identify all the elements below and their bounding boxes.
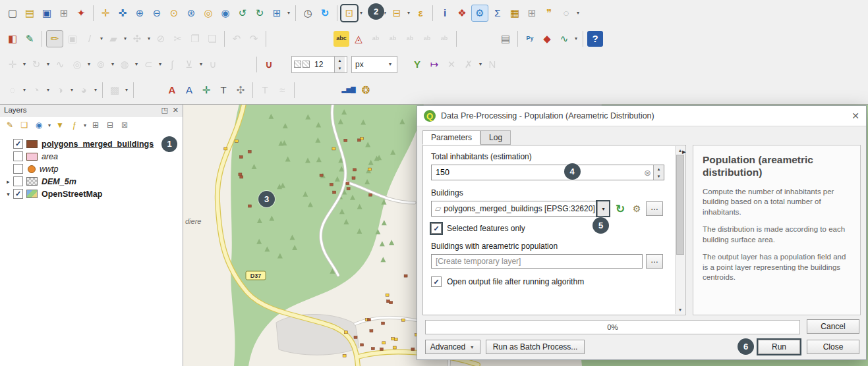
- new-map-view-icon-dropdown[interactable]: [285, 10, 292, 16]
- add-ring-icon-dropdown[interactable]: [86, 61, 92, 67]
- expander-icon[interactable]: ▾: [4, 191, 13, 197]
- shape-tool-icon-dropdown[interactable]: [69, 87, 75, 93]
- text-annotation-icon[interactable]: A: [164, 82, 180, 98]
- layer-label[interactable]: DEM_5m: [42, 177, 76, 186]
- save-edits-icon[interactable]: ▣: [65, 31, 80, 47]
- pan-map-icon[interactable]: ✛: [98, 5, 113, 21]
- select-features-icon[interactable]: ⊡2: [341, 5, 357, 21]
- expand-all-icon[interactable]: ⊞: [89, 118, 102, 132]
- move-feature-icon[interactable]: ✣: [129, 31, 145, 47]
- help-icon[interactable]: ?: [587, 31, 603, 47]
- close-icon[interactable]: ✕: [852, 111, 859, 121]
- filter-legend-icon[interactable]: ▼: [53, 118, 67, 132]
- actions-icon[interactable]: ❖: [454, 5, 470, 21]
- save-project-icon[interactable]: ▣: [39, 5, 55, 21]
- add-group-icon[interactable]: ❏: [18, 118, 31, 132]
- zoom-to-selection-icon[interactable]: ◎: [200, 5, 216, 21]
- change-label-icon[interactable]: ab: [436, 31, 452, 47]
- pin-labels-icon[interactable]: ab: [368, 31, 384, 47]
- snapping-tolerance-spinbox[interactable]: 12: [291, 56, 347, 73]
- construction-mode-icon[interactable]: N: [484, 57, 500, 72]
- add-part-icon[interactable]: ⊚: [93, 57, 109, 72]
- zoom-to-layer-icon[interactable]: ◉: [217, 5, 233, 21]
- layer-checkbox[interactable]: [13, 189, 23, 199]
- collapse-all-icon[interactable]: ⊟: [103, 118, 117, 132]
- temporal-controller-icon[interactable]: ◷: [300, 5, 316, 21]
- open-output-checkbox[interactable]: [431, 276, 442, 287]
- help-collapse-icon[interactable]: [682, 147, 686, 156]
- spin-down-icon[interactable]: [335, 65, 345, 72]
- selected-features-checkbox[interactable]: [431, 223, 442, 234]
- move-annotation-icon[interactable]: ✣: [233, 82, 248, 98]
- cross-sections-icon-dropdown[interactable]: [477, 61, 484, 67]
- html-annotation-icon[interactable]: A: [181, 82, 197, 98]
- snapping-unit-dropdown[interactable]: px: [351, 56, 397, 73]
- move-feature-icon-dropdown[interactable]: [146, 36, 152, 41]
- new-map-view-icon[interactable]: ⊞: [269, 5, 285, 21]
- badge-plugin-icon[interactable]: ❂: [358, 82, 374, 98]
- layer-checkbox[interactable]: [13, 176, 23, 186]
- add-polygon-icon[interactable]: ▰: [105, 31, 121, 47]
- output-input[interactable]: [431, 254, 643, 269]
- map-tips-icon[interactable]: ❞: [541, 5, 557, 21]
- field-calculator-icon[interactable]: ⊞: [524, 5, 540, 21]
- reshape-icon[interactable]: ∫: [164, 57, 180, 72]
- layer-item[interactable]: ▸DEM_5m: [0, 175, 183, 188]
- layer-item[interactable]: area: [0, 150, 183, 163]
- filter-expression-icon-dropdown[interactable]: [82, 122, 88, 128]
- zoom-native-icon[interactable]: ⊙: [166, 5, 182, 21]
- total-steppers[interactable]: [653, 165, 664, 180]
- move-feature-copy-icon-dropdown[interactable]: [21, 61, 28, 67]
- regular-shape-icon[interactable]: ◕: [76, 82, 92, 98]
- advanced-button[interactable]: Advanced: [425, 340, 480, 354]
- style-manager-icon[interactable]: ✦: [73, 5, 89, 21]
- select-by-expression-icon[interactable]: ε: [413, 5, 428, 21]
- form-annotation-icon[interactable]: T: [216, 82, 231, 98]
- add-ring-icon[interactable]: ◎: [69, 57, 85, 72]
- rotate-feature-icon-dropdown[interactable]: [45, 61, 51, 67]
- fill-ring-icon[interactable]: ◍: [117, 57, 132, 72]
- new-project-icon[interactable]: ▢: [5, 5, 20, 21]
- open-project-icon[interactable]: ▤: [22, 5, 38, 21]
- close-button[interactable]: Close: [807, 340, 859, 354]
- digitize-line-icon[interactable]: /: [82, 31, 98, 47]
- point-annotation-icon[interactable]: ✛: [198, 82, 214, 98]
- layer-label[interactable]: wwtp: [40, 165, 58, 174]
- database-manager-icon[interactable]: ▤: [498, 31, 513, 47]
- cancel-button[interactable]: Cancel: [807, 319, 859, 334]
- deselect-features-icon-dropdown[interactable]: [405, 10, 412, 16]
- zoom-full-icon[interactable]: ⊛: [183, 5, 199, 21]
- attribute-table-icon[interactable]: ▦: [507, 5, 523, 21]
- layer-diagram-icon[interactable]: ◬: [351, 31, 366, 47]
- buildings-combobox[interactable]: polygons_merged_buildings [EPSG:32620] 5: [431, 201, 610, 217]
- filter-expression-icon[interactable]: ƒ: [68, 118, 81, 132]
- zoom-in-icon[interactable]: ⊕: [132, 5, 148, 21]
- split-features-icon-dropdown[interactable]: [198, 61, 204, 67]
- zoom-out-icon[interactable]: ⊖: [149, 5, 165, 21]
- search-icon-dropdown[interactable]: [575, 10, 581, 16]
- copy-features-icon[interactable]: ❐: [187, 31, 203, 47]
- add-part-icon-dropdown[interactable]: [109, 61, 116, 67]
- undo-icon[interactable]: ↶: [229, 31, 245, 47]
- offset-point-symbol-icon[interactable]: ↦: [426, 57, 442, 72]
- profile-chart-icon-dropdown[interactable]: [573, 36, 579, 41]
- fill-ring-icon-dropdown[interactable]: [133, 61, 140, 67]
- layer-label[interactable]: area: [42, 152, 58, 161]
- clear-icon[interactable]: [644, 168, 651, 178]
- delete-vertex-icon[interactable]: ✕: [444, 57, 459, 72]
- python-console-icon[interactable]: Py: [522, 31, 538, 47]
- layer-labeling-icon[interactable]: abc: [333, 31, 349, 47]
- simplify-feature-icon[interactable]: ∿: [52, 57, 68, 72]
- tab-parameters[interactable]: Parameters: [422, 130, 480, 145]
- highlight-labels-icon[interactable]: ab: [385, 31, 401, 47]
- delete-selected-icon[interactable]: ⊘: [153, 31, 169, 47]
- move-feature-copy-icon[interactable]: ✛: [5, 57, 20, 72]
- total-inhabitants-field[interactable]: 4: [431, 165, 664, 180]
- toggle-editing-icon[interactable]: ✏: [46, 30, 63, 47]
- layer-checkbox[interactable]: [13, 164, 23, 174]
- offset-curve-icon[interactable]: ⊂: [140, 57, 156, 72]
- close-panel-icon[interactable]: ✕: [173, 106, 179, 114]
- remove-layer-icon[interactable]: ⊠: [118, 118, 131, 132]
- map-themes-icon-dropdown[interactable]: [46, 122, 53, 128]
- pan-to-selection-icon[interactable]: ✜: [115, 5, 130, 21]
